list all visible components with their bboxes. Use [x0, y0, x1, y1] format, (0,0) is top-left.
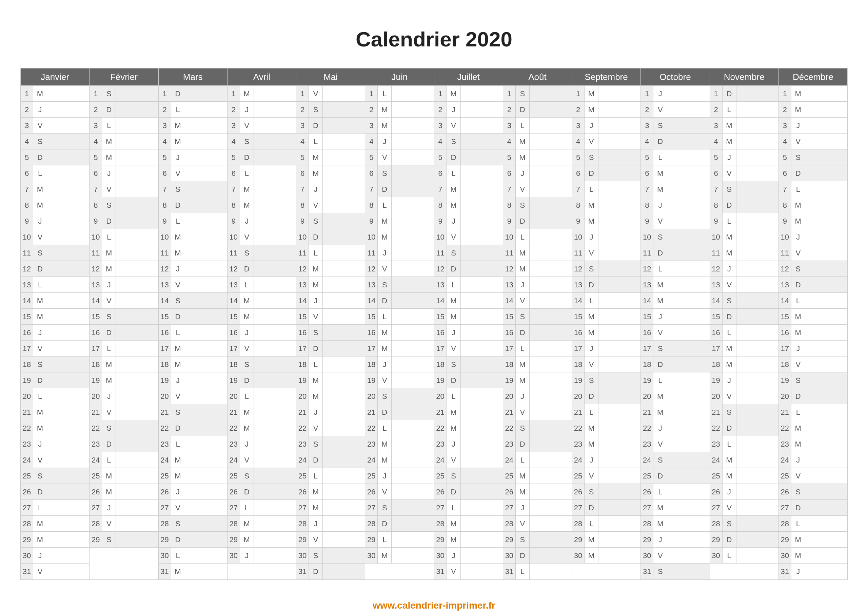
day-note-space [323, 245, 365, 261]
day-number: 1 [503, 86, 516, 101]
day-number: 3 [434, 118, 447, 133]
day-weekday: L [447, 389, 461, 404]
day-row: 5J [710, 149, 778, 166]
day-number: 11 [503, 245, 516, 261]
day-number: 27 [710, 500, 722, 515]
day-weekday: M [378, 213, 392, 229]
day-row: 1M [572, 86, 640, 102]
day-note-space [598, 356, 640, 372]
day-number: 18 [572, 356, 584, 372]
day-note-space [805, 436, 847, 452]
day-note-space [392, 149, 434, 165]
day-number: 28 [159, 516, 171, 531]
day-row: 27S [365, 500, 434, 516]
day-row: 7J [296, 181, 365, 197]
day-note-space [47, 532, 89, 547]
day-number: 25 [503, 468, 516, 483]
day-note-space [805, 133, 847, 149]
day-row: 4M [710, 133, 778, 149]
day-note-space [116, 436, 158, 452]
day-note-space [392, 372, 434, 388]
day-note-space [805, 197, 847, 213]
day-note-space [736, 118, 778, 133]
day-row: 15M [572, 309, 640, 325]
day-row: 30L [710, 548, 778, 563]
day-note-space [736, 133, 778, 149]
day-note-space [530, 325, 572, 340]
day-row: 1M [779, 86, 847, 102]
day-row: 16J [434, 325, 503, 341]
day-weekday: V [447, 118, 461, 133]
day-weekday: M [791, 102, 805, 117]
day-note-space [392, 118, 434, 133]
day-number: 19 [159, 372, 171, 388]
day-number: 23 [710, 436, 722, 452]
day-note-space [461, 516, 503, 531]
day-note-space [736, 420, 778, 436]
day-row: 22M [434, 420, 503, 436]
day-weekday: V [171, 389, 185, 404]
day-note-space [392, 213, 434, 229]
day-weekday: M [240, 309, 254, 324]
day-number: 22 [503, 420, 516, 436]
day-note-space [461, 197, 503, 213]
day-note-space [323, 548, 365, 563]
day-row: 25J [365, 468, 434, 484]
day-weekday: M [102, 356, 116, 372]
day-weekday: J [378, 468, 392, 483]
day-row: 31M [159, 563, 227, 579]
day-number: 20 [159, 389, 171, 404]
day-number: 19 [228, 372, 240, 388]
day-note-space [598, 197, 640, 213]
day-row: 8M [779, 197, 847, 213]
day-number: 6 [641, 166, 653, 181]
day-weekday: J [791, 563, 805, 579]
day-weekday: D [33, 484, 47, 500]
day-note-space [736, 261, 778, 277]
day-note-space [47, 149, 89, 165]
day-row: 3M [710, 118, 778, 133]
day-note-space [392, 277, 434, 293]
day-row: 27L [434, 500, 503, 516]
day-weekday: J [584, 341, 598, 356]
day-row: 13D [572, 277, 640, 293]
day-note-space [598, 277, 640, 293]
day-note-space [530, 293, 572, 308]
day-number: 7 [21, 181, 33, 197]
day-note-space [667, 532, 709, 547]
day-number: 14 [572, 293, 584, 308]
day-weekday: M [791, 548, 805, 563]
day-row: 5M [296, 149, 365, 166]
day-weekday: M [171, 118, 185, 133]
day-note-space [530, 277, 572, 293]
day-weekday: J [102, 500, 116, 515]
day-weekday: V [584, 356, 598, 372]
day-note-space [254, 261, 296, 277]
day-number: 20 [90, 389, 102, 404]
day-note-space [47, 325, 89, 340]
day-note-space [323, 452, 365, 467]
day-note-space [598, 341, 640, 356]
day-number: 18 [228, 356, 240, 372]
day-note-space [254, 389, 296, 404]
day-row: 29V [296, 532, 365, 548]
day-weekday: J [33, 548, 47, 563]
day-weekday: M [584, 102, 598, 117]
day-weekday: J [378, 133, 392, 149]
footer-link[interactable]: www.calendrier-imprimer.fr [373, 600, 495, 611]
day-number: 17 [779, 341, 791, 356]
day-row: 1J [641, 86, 709, 102]
day-weekday: V [722, 277, 736, 293]
day-note-space [116, 484, 158, 500]
day-row: 12S [779, 261, 847, 277]
day-row: 31D [296, 563, 365, 579]
day-number: 22 [434, 420, 447, 436]
day-weekday: V [791, 245, 805, 261]
day-weekday: J [791, 341, 805, 356]
day-note-space [323, 277, 365, 293]
day-number: 16 [228, 325, 240, 340]
day-weekday: S [171, 293, 185, 308]
day-row: 6J [503, 166, 572, 181]
day-weekday: M [584, 548, 598, 563]
day-number: 3 [296, 118, 309, 133]
